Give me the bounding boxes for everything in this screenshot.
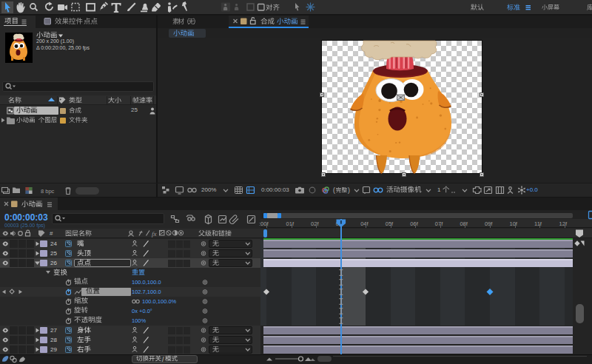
svg-text:/: / — [162, 356, 164, 363]
svg-text:): ) — [348, 186, 350, 194]
svg-text:fx: fx — [152, 230, 157, 237]
svg-text:(: ( — [333, 186, 335, 194]
